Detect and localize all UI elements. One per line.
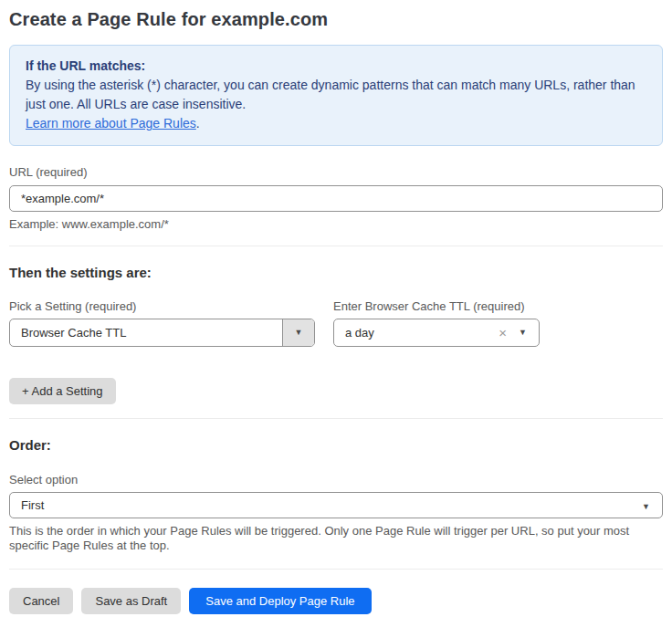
url-field-label: URL (required) [9,165,663,179]
save-and-deploy-button[interactable]: Save and Deploy Page Rule [189,588,371,614]
save-as-draft-button[interactable]: Save as Draft [81,588,181,614]
setting-picker-label: Pick a Setting (required) [9,299,315,313]
setting-picker-column: Pick a Setting (required) Browser Cache … [9,299,315,347]
ttl-picker-label: Enter Browser Cache TTL (required) [333,299,540,313]
setting-picker-value: Browser Cache TTL [10,326,282,340]
cancel-button[interactable]: Cancel [9,588,73,614]
divider [9,418,663,419]
page-rule-form: Create a Page Rule for example.com If th… [0,0,672,614]
settings-heading: Then the settings are: [9,265,663,281]
ttl-picker-icons: × ▼ [499,326,539,340]
order-helper-text: This is the order in which your Page Rul… [9,524,659,553]
info-box-heading: If the URL matches: [26,57,646,76]
link-suffix: . [196,116,200,131]
url-match-info-box: If the URL matches: By using the asteris… [9,45,663,146]
divider [9,246,663,246]
ttl-picker-value: a day [334,326,499,340]
info-box-body: By using the asterisk (*) character, you… [26,76,635,114]
order-select[interactable]: First ▼ [9,492,663,518]
setting-picker-caret-box[interactable]: ▼ [282,319,314,346]
order-select-value: First [10,498,642,512]
chevron-down-icon[interactable]: ▼ [519,329,527,337]
order-caret-pad: ▼ [642,498,662,512]
ttl-picker-column: Enter Browser Cache TTL (required) a day… [333,299,540,347]
divider [9,569,663,570]
chevron-down-icon: ▼ [295,329,303,337]
url-input[interactable] [9,185,663,212]
setting-picker-select[interactable]: Browser Cache TTL ▼ [9,319,315,347]
order-select-label: Select option [9,473,663,486]
add-setting-button[interactable]: + Add a Setting [9,378,116,404]
learn-more-link[interactable]: Learn more about Page Rules [26,116,196,131]
form-actions: Cancel Save as Draft Save and Deploy Pag… [9,588,663,614]
info-link-line: Learn more about Page Rules. [26,114,646,133]
chevron-down-icon: ▼ [642,502,650,511]
settings-row: Pick a Setting (required) Browser Cache … [9,299,663,347]
page-title: Create a Page Rule for example.com [9,7,663,32]
url-example-helper: Example: www.example.com/* [9,217,663,232]
order-heading: Order: [9,437,663,454]
url-field-section: URL (required) Example: www.example.com/… [9,165,663,232]
ttl-picker-combobox[interactable]: a day × ▼ [333,319,540,347]
clear-icon[interactable]: × [499,326,507,340]
